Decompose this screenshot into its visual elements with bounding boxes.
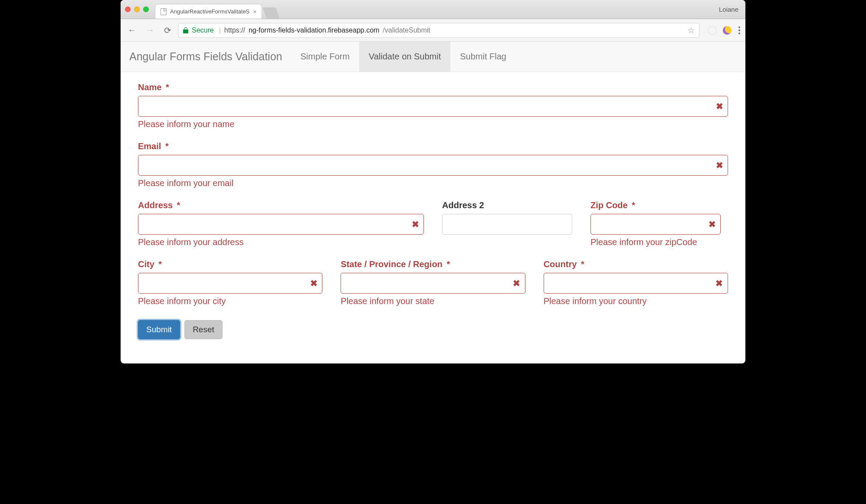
- email-error: Please inform your email: [138, 178, 728, 188]
- address-input[interactable]: [138, 214, 424, 235]
- form-group-zip: Zip Code * Please inform your zipCode: [590, 200, 721, 247]
- form-group-city: City * Please inform your city: [138, 259, 322, 306]
- nav-item-submit-flag[interactable]: Submit Flag: [450, 42, 516, 72]
- browser-window: AngularReactiveFormsValitateS × Loiane ←…: [121, 0, 745, 363]
- error-icon: [715, 279, 724, 288]
- maximize-window-button[interactable]: [143, 7, 149, 12]
- address2-label: Address 2: [442, 200, 572, 210]
- address-label: Address *: [138, 200, 424, 210]
- country-label: Country *: [544, 259, 728, 269]
- page-content: Name * Please inform your name Email * P…: [121, 72, 745, 350]
- error-icon: [715, 161, 724, 170]
- form-group-email: Email * Please inform your email: [138, 141, 728, 188]
- navbar-brand[interactable]: Angular Forms Fields Validation: [121, 42, 291, 72]
- city-error: Please inform your city: [138, 296, 322, 306]
- app-navbar: Angular Forms Fields Validation Simple F…: [121, 42, 745, 72]
- address-bar[interactable]: Secure | https://ng-forms-fields-validat…: [178, 23, 699, 38]
- tab-title: AngularReactiveFormsValitateS: [170, 8, 249, 15]
- email-label: Email *: [138, 141, 728, 151]
- new-tab-button[interactable]: [263, 7, 280, 19]
- city-label: City *: [138, 259, 322, 269]
- close-tab-button[interactable]: ×: [253, 9, 256, 15]
- name-label: Name *: [138, 82, 728, 92]
- lock-icon: [183, 27, 188, 33]
- url-path: /validateSubmit: [383, 26, 430, 34]
- zip-error: Please inform your zipCode: [590, 237, 721, 247]
- forward-button[interactable]: →: [143, 23, 157, 37]
- omnibox-separator: |: [219, 26, 221, 34]
- navbar-items: Simple Form Validate on Submit Submit Fl…: [291, 42, 515, 72]
- email-input[interactable]: [138, 155, 728, 176]
- form-group-state: State / Province / Region * Please infor…: [341, 259, 525, 306]
- reload-button[interactable]: ⟳: [161, 23, 174, 37]
- error-icon: [715, 102, 724, 111]
- reset-button[interactable]: Reset: [184, 320, 223, 339]
- url-scheme: https://: [224, 26, 245, 34]
- country-input[interactable]: [544, 273, 728, 294]
- name-input[interactable]: [138, 96, 728, 117]
- extension-moon-icon[interactable]: [723, 26, 732, 35]
- close-window-button[interactable]: [125, 7, 131, 12]
- minimize-window-button[interactable]: [134, 7, 140, 12]
- browser-toolbar: ← → ⟳ Secure | https://ng-forms-fields-v…: [121, 19, 745, 42]
- page-icon: [161, 8, 167, 15]
- error-icon: [708, 220, 716, 229]
- state-error: Please inform your state: [341, 296, 525, 306]
- error-icon: [309, 279, 318, 288]
- toolbar-right-icons: [704, 26, 741, 35]
- form-group-address: Address * Please inform your address: [138, 200, 424, 247]
- tab-strip: AngularReactiveFormsValitateS ×: [155, 0, 278, 19]
- bookmark-star-icon[interactable]: ☆: [688, 26, 695, 35]
- browser-tab[interactable]: AngularReactiveFormsValitateS ×: [155, 4, 262, 19]
- zip-label: Zip Code *: [590, 200, 721, 210]
- name-error: Please inform your name: [138, 119, 728, 129]
- address2-input[interactable]: [442, 214, 572, 235]
- address-error: Please inform your address: [138, 237, 424, 247]
- country-error: Please inform your country: [544, 296, 728, 306]
- state-input[interactable]: [341, 273, 525, 294]
- submit-button[interactable]: Submit: [138, 320, 180, 339]
- secure-label: Secure: [192, 26, 214, 34]
- error-icon: [411, 220, 420, 229]
- window-controls: [125, 7, 149, 12]
- chrome-profile-name[interactable]: Loiane: [719, 6, 741, 13]
- title-bar: AngularReactiveFormsValitateS × Loiane: [121, 0, 745, 19]
- error-icon: [512, 279, 521, 288]
- form-actions: Submit Reset: [138, 320, 728, 339]
- form-group-name: Name * Please inform your name: [138, 82, 728, 129]
- zip-input[interactable]: [590, 214, 721, 235]
- form-group-country: Country * Please inform your country: [544, 259, 728, 306]
- chrome-menu-button[interactable]: [738, 26, 741, 35]
- state-label: State / Province / Region *: [341, 259, 525, 269]
- form-group-address2: Address 2: [442, 200, 572, 247]
- extension-icon[interactable]: [708, 26, 717, 35]
- city-input[interactable]: [138, 273, 322, 294]
- url-host: ng-forms-fields-validation.firebaseapp.c…: [249, 26, 379, 34]
- nav-item-validate-on-submit[interactable]: Validate on Submit: [359, 42, 450, 72]
- back-button[interactable]: ←: [125, 23, 139, 37]
- nav-item-simple-form[interactable]: Simple Form: [291, 42, 359, 72]
